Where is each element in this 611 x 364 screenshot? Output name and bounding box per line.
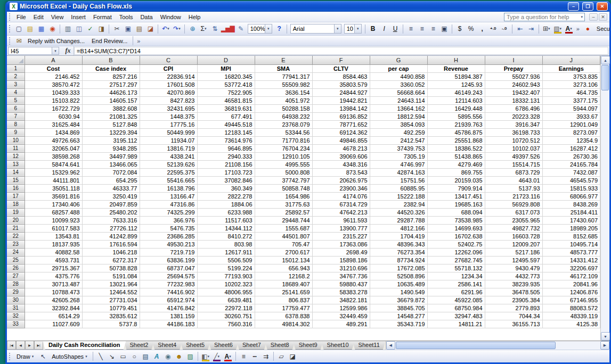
cell-B9[interactable]: 13229.394 — [82, 128, 140, 136]
reply-with-changes-button[interactable]: Reply with Changes... — [25, 36, 88, 46]
scroll-right-icon[interactable]: ▶ — [600, 341, 609, 350]
cell-A19[interactable]: 68257.488 — [25, 208, 82, 216]
menu-bar-handle[interactable] — [9, 13, 11, 21]
cell-B33[interactable]: 5737.8 — [82, 320, 140, 328]
cell-E22[interactable]: 44501.807 — [255, 232, 312, 240]
cell-A17[interactable]: 35691.816 — [25, 192, 82, 200]
comma-style-button[interactable]: , — [477, 23, 487, 34]
cell-B22[interactable]: 41242.899 — [82, 232, 140, 240]
cell-D20[interactable]: 11517.603 — [197, 216, 255, 224]
cell-E31[interactable]: 17759.477 — [255, 304, 312, 312]
cell-E2[interactable]: 77941.317 — [255, 72, 312, 80]
cell-F19[interactable]: 47642.213 — [312, 208, 370, 216]
zoom-combo[interactable]: 100%▾ — [248, 24, 272, 34]
toolbar-handle[interactable] — [9, 37, 11, 45]
autoshapes-menu-button[interactable]: AutoShapes▾ — [48, 351, 90, 362]
cell-A15[interactable]: 44111.801 — [25, 176, 82, 184]
cell-I7[interactable]: 20223.328 — [485, 112, 542, 120]
cell-B26[interactable]: 50738.828 — [82, 264, 140, 272]
cell-C25[interactable]: 63836.199 — [140, 256, 197, 264]
cell-C1[interactable]: CPI — [140, 64, 197, 72]
align-right-button[interactable]: ≡ — [428, 23, 438, 34]
line-style-icon[interactable]: ≡ — [238, 351, 249, 362]
sheet-tab-daily-cash-reconciliation[interactable]: Daily Cash Reconciliation — [43, 341, 126, 350]
cell-G33[interactable]: 35343.719 — [370, 320, 427, 328]
cell-I32[interactable]: 7044.34 — [485, 312, 542, 320]
cell-F24[interactable]: 2698.49 — [312, 248, 370, 256]
vertical-scroll-thumb[interactable] — [601, 65, 609, 90]
cell-H31[interactable]: 68750.984 — [427, 304, 485, 312]
threed-style-icon[interactable]: ◪ — [287, 351, 298, 362]
cell-G3[interactable]: 3360.052 — [370, 80, 427, 88]
cell-D25[interactable]: 5506.509 — [197, 256, 255, 264]
cell-G11[interactable]: 37439.753 — [370, 144, 427, 152]
cell-A23[interactable]: 18137.935 — [25, 240, 82, 248]
cell-E17[interactable]: 1654.986 — [255, 192, 312, 200]
cell-I28[interactable]: 38239.935 — [485, 280, 542, 288]
cell-C12[interactable]: 4338.241 — [140, 152, 197, 160]
cell-G29[interactable]: 1490.549 — [370, 288, 427, 296]
cell-B1[interactable]: Case index — [82, 64, 140, 72]
cell-A22[interactable]: 13543.81 — [25, 232, 82, 240]
shadow-style-icon[interactable]: ▱ — [276, 351, 287, 362]
cell-D10[interactable]: 73614.976 — [197, 136, 255, 144]
sort-ascending-icon[interactable]: ⇅ — [209, 23, 220, 34]
cell-H27[interactable]: 1234.34 — [427, 272, 485, 280]
cell-D31[interactable]: 22972.118 — [197, 304, 255, 312]
cell-F3[interactable]: 35803.579 — [312, 80, 370, 88]
cell-H24[interactable]: 12262.096 — [427, 248, 485, 256]
toolbar-handle[interactable] — [9, 24, 11, 33]
cell-J23[interactable]: 10495.714 — [542, 240, 600, 248]
cell-A24[interactable]: 40882.58 — [25, 248, 82, 256]
help-question-box[interactable]: Type a question for help ▾ — [504, 13, 585, 21]
cell-B15[interactable]: 654.295 — [82, 176, 140, 184]
formula-input[interactable]: =B14+SUM(C3:C7)*D14 — [74, 47, 608, 55]
cell-B5[interactable]: 14605.157 — [82, 96, 140, 104]
cell-C24[interactable]: 7219.719 — [140, 248, 197, 256]
open-folder-icon[interactable]: ▤ — [25, 23, 35, 34]
sheet-tab-sheet7[interactable]: Sheet7 — [237, 341, 267, 350]
cell-G16[interactable]: 60885.95 — [370, 184, 427, 192]
column-header-E[interactable]: E — [255, 56, 312, 64]
row-header-33[interactable]: 33 — [7, 320, 25, 328]
chevron-down-icon[interactable]: ▾ — [354, 24, 361, 33]
cell-F12[interactable]: 39069.606 — [312, 152, 370, 160]
cell-J11[interactable]: 16287.412 — [542, 144, 600, 152]
menu-view[interactable]: View — [47, 13, 68, 21]
cell-D13[interactable]: 21108.156 — [197, 160, 255, 168]
reply-with-changes-icon[interactable]: ✉ — [13, 36, 24, 46]
row-header-28[interactable]: 28 — [7, 280, 25, 288]
cell-J6[interactable]: 5944.097 — [542, 104, 600, 112]
cell-B7[interactable]: 21081.325 — [82, 112, 140, 120]
chevron-down-icon[interactable]: ▾ — [208, 354, 210, 359]
cell-I2[interactable]: 55027.936 — [485, 72, 542, 80]
cell-B10[interactable]: 3195.112 — [82, 136, 140, 144]
cell-J28[interactable]: 20841.96 — [542, 280, 600, 288]
cell-C11[interactable]: 13816.719 — [140, 144, 197, 152]
cell-A6[interactable]: 16722.729 — [25, 104, 82, 112]
cell-J20[interactable]: 17430.607 — [542, 216, 600, 224]
cell-J19[interactable]: 25184.411 — [542, 208, 600, 216]
cell-G32[interactable]: 14548.277 — [370, 312, 427, 320]
chevron-down-icon[interactable]: ▾ — [579, 15, 584, 19]
sheet-tab-sheet8[interactable]: Sheet8 — [265, 341, 295, 350]
cell-B27[interactable]: 5191.084 — [82, 272, 140, 280]
chevron-down-icon[interactable]: ▾ — [570, 27, 572, 31]
cell-J32[interactable]: 48339.119 — [542, 312, 600, 320]
minimize-button[interactable]: – — [568, 2, 579, 11]
cell-I8[interactable]: 3916.347 — [485, 120, 542, 128]
autosum-icon[interactable]: Σ▾ — [198, 23, 209, 34]
row-header-23[interactable]: 23 — [7, 240, 25, 248]
cell-E27[interactable]: 12168.2 — [255, 272, 312, 280]
cell-E1[interactable]: SMA — [255, 64, 312, 72]
cell-D18[interactable]: 1884.06 — [197, 200, 255, 208]
cell-E30[interactable]: 806.837 — [255, 296, 312, 304]
column-header-C[interactable]: C — [140, 56, 197, 64]
cell-H20[interactable]: 73538.985 — [427, 216, 485, 224]
scroll-left-icon[interactable]: ◀ — [386, 341, 395, 350]
cell-J31[interactable]: 88083.572 — [542, 304, 600, 312]
cell-F31[interactable]: 12599.986 — [312, 304, 370, 312]
cell-E23[interactable]: 705.47 — [255, 240, 312, 248]
cell-I18[interactable]: 56929.808 — [485, 200, 542, 208]
cell-H21[interactable]: 14699.693 — [427, 224, 485, 232]
